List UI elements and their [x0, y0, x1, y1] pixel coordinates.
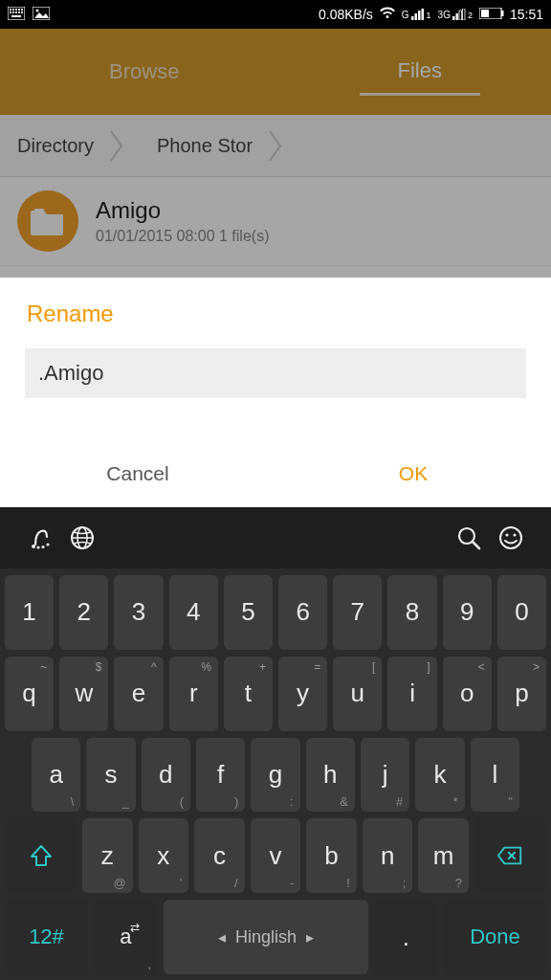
svg-rect-14: [411, 16, 414, 20]
rename-input[interactable]: [25, 348, 526, 398]
svg-rect-10: [21, 11, 23, 13]
tab-files[interactable]: Files: [360, 49, 480, 96]
key-j[interactable]: j#: [361, 738, 409, 813]
svg-rect-9: [18, 11, 20, 13]
touchpal-icon[interactable]: [19, 517, 61, 559]
emoji-icon[interactable]: [490, 517, 532, 559]
svg-point-26: [32, 545, 35, 548]
key-y[interactable]: =y: [278, 657, 327, 731]
svg-point-35: [500, 527, 521, 548]
language-key[interactable]: a⇄ ,: [94, 900, 158, 974]
dialog-title: Rename: [0, 301, 551, 348]
key-k[interactable]: k*: [415, 738, 464, 813]
svg-rect-18: [452, 16, 455, 20]
chevron-right-icon: [111, 115, 140, 177]
svg-point-37: [513, 533, 516, 536]
key-n[interactable]: n;: [363, 818, 413, 893]
svg-rect-5: [21, 9, 23, 11]
key-p[interactable]: >p: [497, 657, 546, 731]
key-o[interactable]: <o: [443, 657, 492, 731]
key-x[interactable]: x': [139, 818, 189, 893]
signal-2-label: 3G: [438, 10, 451, 20]
tab-browse[interactable]: Browse: [71, 50, 217, 94]
image-icon: [33, 7, 50, 23]
key-b[interactable]: b!: [306, 818, 357, 893]
key-f[interactable]: f): [196, 738, 245, 813]
key-r[interactable]: %r: [169, 657, 218, 731]
key-s[interactable]: s_: [86, 738, 135, 813]
key-l[interactable]: l": [471, 738, 519, 813]
key-7[interactable]: 7: [333, 575, 382, 650]
key-5[interactable]: 5: [224, 575, 273, 650]
key-z[interactable]: z@: [82, 818, 133, 893]
breadcrumb-item[interactable]: Phone Stor: [140, 115, 270, 176]
key-d[interactable]: d(: [142, 738, 190, 813]
key-c[interactable]: c/: [194, 818, 245, 893]
done-key[interactable]: Done: [444, 900, 546, 974]
svg-rect-11: [11, 15, 21, 17]
key-t[interactable]: +t: [224, 657, 273, 731]
battery-icon: [479, 7, 504, 22]
svg-point-28: [41, 546, 44, 548]
svg-rect-4: [18, 9, 20, 11]
globe-icon[interactable]: [61, 517, 103, 559]
key-h[interactable]: h&: [306, 738, 355, 813]
svg-rect-1: [10, 9, 11, 11]
key-4[interactable]: 4: [169, 575, 218, 650]
key-6[interactable]: 6: [278, 575, 327, 650]
svg-rect-3: [15, 9, 17, 11]
svg-point-36: [505, 533, 508, 536]
svg-point-29: [46, 543, 49, 546]
breadcrumb: Directory Phone Stor: [0, 115, 551, 177]
cancel-button[interactable]: Cancel: [0, 442, 276, 505]
item-meta: 01/01/2015 08:00 1 file(s): [96, 228, 269, 245]
ok-button[interactable]: OK: [276, 442, 551, 505]
list-item[interactable]: Amigo 01/01/2015 08:00 1 file(s): [0, 177, 551, 266]
svg-rect-21: [462, 9, 465, 20]
key-i[interactable]: ]i: [387, 657, 436, 731]
breadcrumb-item[interactable]: Directory: [0, 115, 111, 176]
rename-dialog: Rename Cancel OK: [0, 278, 551, 505]
network-speed: 0.08KB/s: [319, 7, 373, 22]
svg-point-13: [36, 9, 39, 11]
key-a[interactable]: a\: [32, 738, 80, 813]
key-q[interactable]: ~q: [5, 657, 54, 731]
key-e[interactable]: ^e: [114, 657, 163, 731]
svg-rect-23: [501, 11, 504, 16]
period-key[interactable]: .: [374, 900, 438, 974]
signal-1-icon: [411, 9, 425, 20]
soft-keyboard: 1234567890 ~q$w^e%r+t=y[u]i<o>p a\s_d(f)…: [0, 507, 551, 980]
svg-rect-15: [414, 13, 417, 20]
keyboard-indicator-icon: [8, 7, 25, 23]
status-bar: 0.08KB/s G 1 3G 2 15:51: [0, 0, 551, 29]
folder-icon: [17, 190, 78, 252]
key-8[interactable]: 8: [387, 575, 436, 650]
chevron-right-icon: [270, 115, 298, 177]
key-u[interactable]: [u: [333, 657, 382, 731]
app-tabs: Browse Files: [0, 29, 551, 115]
svg-rect-24: [481, 10, 489, 17]
key-g[interactable]: g:: [251, 738, 299, 813]
key-0[interactable]: 0: [497, 575, 546, 650]
svg-rect-25: [34, 209, 44, 212]
symbols-key[interactable]: 12#: [5, 900, 88, 974]
search-icon[interactable]: [448, 517, 490, 559]
svg-point-27: [36, 546, 39, 548]
key-2[interactable]: 2: [59, 575, 108, 650]
key-9[interactable]: 9: [443, 575, 492, 650]
key-m[interactable]: m?: [418, 818, 469, 893]
svg-rect-2: [12, 9, 14, 11]
space-key[interactable]: ◂ Hinglish ▸: [164, 900, 368, 974]
key-v[interactable]: v-: [251, 818, 301, 893]
key-w[interactable]: $w: [59, 657, 108, 731]
clock: 15:51: [510, 7, 543, 22]
key-3[interactable]: 3: [114, 575, 163, 650]
backspace-key[interactable]: [474, 818, 546, 893]
signal-2-icon: [452, 9, 466, 20]
key-1[interactable]: 1: [5, 575, 54, 650]
wifi-icon: [379, 7, 396, 23]
svg-line-34: [473, 542, 479, 548]
svg-rect-6: [10, 11, 11, 13]
svg-rect-19: [455, 13, 458, 20]
shift-key[interactable]: [5, 818, 77, 893]
